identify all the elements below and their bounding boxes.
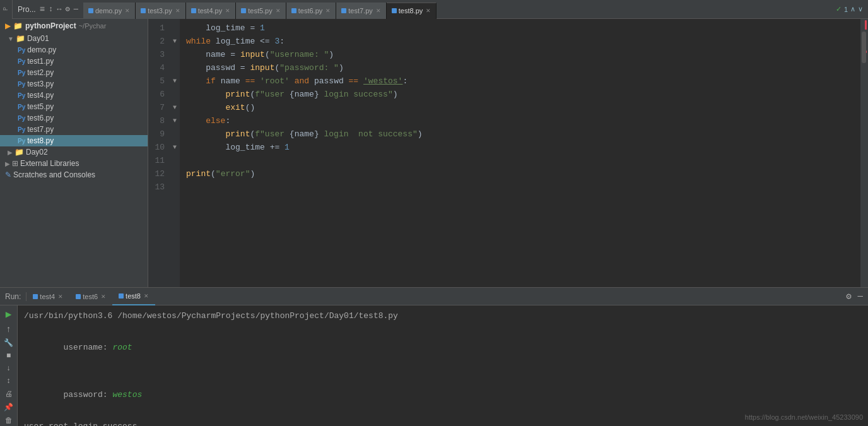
code-line-11	[186, 154, 860, 167]
sidebar-item-test5[interactable]: Py test5.py	[0, 101, 148, 112]
close-panel-icon[interactable]: —	[858, 291, 863, 302]
stop-button[interactable]: ■	[6, 352, 11, 360]
code-editor[interactable]: log_time = 1 while log_time <= 3: name =…	[180, 19, 860, 287]
toolbar-icon-structure[interactable]: ≡	[40, 4, 45, 15]
project-name: pythonProject	[25, 21, 76, 30]
sidebar-item-day01[interactable]: ▼ 📁 Day01	[0, 33, 148, 44]
wrench-icon[interactable]: 🔧	[4, 338, 13, 348]
code-line-10: log_time += 1	[186, 141, 860, 154]
tab-test7[interactable]: test7.py ✕	[336, 3, 387, 19]
tab-test3-label: test3.py	[148, 7, 172, 15]
run-tab-test6[interactable]: test6 ✕	[69, 288, 112, 305]
tab-test6[interactable]: test6.py ✕	[286, 3, 337, 19]
sidebar-item-test7-label: test7.py	[27, 125, 54, 134]
toolbar-icon-minimize[interactable]: —	[74, 5, 78, 14]
error-marker	[865, 20, 867, 30]
run-tab-test4-label: test4	[40, 293, 55, 300]
trash-icon[interactable]: 🗑	[5, 416, 13, 425]
tab-test7-label: test7.py	[348, 7, 373, 15]
sidebar-item-test3-label: test3.py	[27, 80, 54, 88]
fold-markers: ▼ ▼ ▼ ▼ ▼	[170, 19, 180, 287]
output-success-line: user root login success	[24, 418, 862, 426]
tab-test5-close[interactable]: ✕	[276, 8, 281, 14]
sidebar-item-test3[interactable]: Py test3.py	[0, 78, 148, 90]
tab-test4-close[interactable]: ✕	[225, 8, 230, 14]
sidebar-item-external-libraries[interactable]: ▶ ⊞ External Libraries	[0, 158, 148, 169]
run-tab-test6-close[interactable]: ✕	[101, 293, 106, 300]
sidebar-project-header[interactable]: ▶ 📁 pythonProject ~/Pychar	[0, 19, 148, 33]
bottom-panel: Run: test4 ✕ test6 ✕ test8 ✕ ⚙ — ▶ ↑ 🔧 ■	[0, 287, 868, 426]
toolbar-icon-settings[interactable]: ⚙	[66, 4, 70, 14]
sidebar-item-test6[interactable]: Py test6.py	[0, 112, 148, 124]
sidebar-item-test5-label: test5.py	[27, 102, 54, 111]
editor-container: 1 2 3 4 5 6 7 8 9 10 11 12 13 ▼ ▼ ▼ ▼ ▼	[148, 19, 868, 287]
scroll-up-icon[interactable]: ↕	[6, 377, 11, 386]
py-file-icon: Py	[18, 58, 25, 65]
py-file-icon	[33, 294, 38, 299]
py-file-icon: Py	[18, 138, 25, 145]
py-file-icon: Py	[18, 47, 25, 54]
output-username-label: username:	[63, 343, 112, 352]
sidebar-item-day02[interactable]: ▶ 📁 Day02	[0, 146, 148, 158]
output-password-line: password: westos	[24, 371, 862, 418]
pin-icon[interactable]: 📌	[4, 403, 13, 412]
tab-demo-label: demo.py	[95, 7, 122, 15]
tab-demo-close[interactable]: ✕	[125, 8, 130, 14]
code-line-6: print(f"user {name} login success")	[186, 88, 860, 101]
folder-icon: 📁	[16, 34, 25, 43]
py-file-icon: Py	[18, 81, 25, 88]
tab-test7-close[interactable]: ✕	[376, 8, 381, 14]
sidebar-item-test2[interactable]: Py test2.py	[0, 67, 148, 78]
tab-test3[interactable]: test3.py ✕	[136, 3, 186, 19]
editor-scrollbar[interactable]	[860, 19, 868, 287]
sidebar-item-demo[interactable]: Py demo.py	[0, 44, 148, 56]
chevron-down-icon: ▼	[8, 35, 14, 42]
output-password-value: westos	[112, 390, 142, 399]
tab-test6-label: test6.py	[298, 7, 323, 15]
sidebar-item-test8[interactable]: Py test8.py	[0, 135, 148, 146]
py-file-icon	[291, 8, 296, 13]
py-file-icon	[119, 293, 124, 299]
sidebar-item-test1[interactable]: Py test1.py	[0, 56, 148, 67]
settings-gear-icon[interactable]: ⚙	[846, 291, 851, 302]
tab-test6-close[interactable]: ✕	[326, 8, 331, 14]
py-file-icon	[88, 8, 93, 13]
tab-demo[interactable]: demo.py ✕	[83, 3, 136, 19]
run-tab-test8[interactable]: test8 ✕	[112, 288, 155, 305]
scrollbar-thumb[interactable]	[862, 32, 866, 63]
project-path: ~/Pychar	[79, 22, 107, 30]
tab-test8-close[interactable]: ✕	[426, 8, 431, 14]
nav-down-icon[interactable]: ∨	[858, 5, 863, 13]
tab-test8-label: test8.py	[399, 7, 423, 15]
code-line-7: exit()	[186, 101, 860, 114]
run-label: Run:	[0, 292, 26, 301]
toolbar-icon-sort[interactable]: ↕	[49, 5, 53, 14]
print-icon[interactable]: 🖨	[5, 389, 13, 399]
py-file-icon	[76, 294, 81, 299]
tab-test3-close[interactable]: ✕	[175, 8, 180, 14]
code-line-9: print(f"user {name} login not success")	[186, 127, 860, 141]
project-icon: P	[3, 7, 9, 11]
external-libs-icon: ⊞	[12, 159, 18, 168]
run-tab-test4[interactable]: test4 ✕	[26, 288, 69, 305]
run-tab-test4-close[interactable]: ✕	[58, 293, 63, 300]
app-title: Pro...	[18, 5, 36, 14]
run-output[interactable]: /usr/bin/python3.6 /home/westos/PycharmP…	[18, 305, 868, 426]
sidebar-item-test4[interactable]: Py test4.py	[0, 90, 148, 101]
nav-up-icon[interactable]: ∧	[850, 5, 855, 13]
sidebar-item-test7[interactable]: Py test7.py	[0, 124, 148, 135]
py-file-icon: Py	[18, 104, 25, 110]
tab-test5[interactable]: test5.py ✕	[236, 3, 286, 19]
sidebar-item-scratches[interactable]: ✎ Scratches and Consoles	[0, 169, 148, 180]
rerun-button[interactable]: ↑	[6, 324, 11, 334]
code-line-3: name = input("username: ")	[186, 48, 860, 61]
chevron-right-icon: ▶	[5, 160, 10, 167]
tab-test8[interactable]: test8.py ✕	[387, 3, 437, 19]
scroll-down-icon[interactable]: ↓	[6, 364, 11, 373]
sidebar-item-test1-label: test1.py	[27, 57, 54, 66]
toolbar-icon-expand[interactable]: ↔	[57, 5, 61, 14]
tab-test4[interactable]: test4.py ✕	[186, 3, 237, 19]
run-tab-test8-close[interactable]: ✕	[144, 293, 149, 299]
py-file-icon	[241, 8, 246, 13]
run-button[interactable]: ▶	[6, 308, 12, 321]
